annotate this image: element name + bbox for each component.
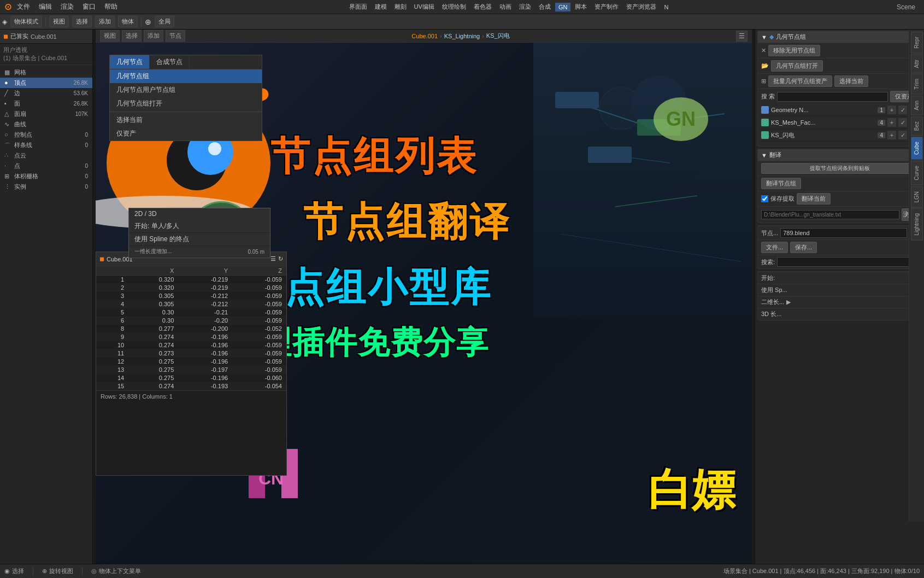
view-btn[interactable]: 视图 [100,30,120,42]
edge-tab-trim[interactable]: Trim [911,74,923,95]
mesh-stat-controlpoint[interactable]: ○ 控制点 0 [0,130,92,140]
mesh-stat-instance[interactable]: ⋮ 实例 0 [0,182,92,192]
add-btn[interactable]: 添加 [144,30,163,42]
search-node-label: 搜索: [761,258,775,266]
menu-render[interactable]: 渲染 [57,1,77,13]
mesh-stat-face[interactable]: ▪ 面 26.8K [0,98,92,109]
play-icon[interactable]: ▶ [786,299,791,306]
edge-tab-cube[interactable]: Cube [911,137,923,160]
dd-item-nodegroup[interactable]: 几何节点组 [110,69,262,83]
mesh-stat-volumegrid[interactable]: ⊞ 体积栅格 0 [0,171,92,182]
menu-help[interactable]: 帮助 [101,1,121,13]
dropdown-tabs: 几何节点 合成节点 [110,55,262,69]
dd-item-user-nodegroup[interactable]: 几何节点用户节点组 [110,83,262,97]
add-menu[interactable]: 添加 [95,16,115,27]
transform-select[interactable]: 全局 [155,16,174,27]
refresh-icon[interactable]: ↻ [278,255,283,262]
node-list-item-geo[interactable]: Geometry N... 1 + ✓ ✕ [758,104,921,116]
node-count-mesh: 4 [878,120,885,126]
search-node-input[interactable] [777,257,918,267]
workspace-tab-script[interactable]: 脚本 [572,2,590,12]
workspace-tab-shader[interactable]: 着色器 [470,2,495,12]
instance-icon: ⋮ [4,183,12,191]
open-group-row: 📂 几何节点组打开 [758,58,921,73]
workspace-tab-model[interactable]: 建模 [372,2,390,12]
workspace-tab-composite[interactable]: 合成 [535,2,554,12]
node-add-btn-3[interactable]: + [887,131,896,139]
copy-terms-btn[interactable]: 提取节点组词条到剪贴板 [761,163,918,174]
edge-tab-lightning[interactable]: Lightning [911,208,923,241]
open-icon: 📂 [761,62,769,69]
workspace-tab-uv[interactable]: UV编辑 [411,2,438,12]
view-menu[interactable]: 视图 [49,16,69,27]
node-list-item-ks[interactable]: KS_闪电 4 + ✓ ✕ [758,129,921,142]
vertex-data-table: X Y Z 10.320-0.219-0.059 20.320-0.219-0.… [96,266,286,390]
mesh-stat-faceangle[interactable]: △ 面扇 107K [0,109,92,119]
pointcloud-icon: ∴ [4,152,12,160]
dd-tab-geo[interactable]: 几何节点 [110,55,150,69]
object-menu[interactable]: 物体 [118,16,138,27]
translate-group-btn[interactable]: 翻译节点组 [761,178,801,189]
filter-icon[interactable]: ☰ [736,31,748,42]
transform-icon: ⊕ [145,17,151,26]
edge-icon: ╱ [4,90,12,97]
object-mode-select[interactable]: 物体模式 [10,16,42,27]
open-group-btn[interactable]: 几何节点组打开 [771,60,823,72]
node-add-btn[interactable]: + [887,106,896,114]
dd-item-select-current[interactable]: 选择当前 [110,113,262,127]
file-btn[interactable]: 文件... [761,242,788,253]
translate-current-btn[interactable]: 翻译当前 [797,193,831,205]
workspace-tab-texture[interactable]: 纹理绘制 [439,2,469,12]
workspace-tab-render[interactable]: 渲染 [516,2,534,12]
node-shield-btn[interactable]: ✓ [898,106,907,114]
select-current-btn[interactable]: 选择当前 [834,75,868,87]
status-context: ◎ 物体上下文菜单 [91,567,141,575]
mesh-stat-vertex[interactable]: ● 顶点 26.8K [0,78,92,88]
svg-rect-18 [588,147,632,163]
batch-asset-btn[interactable]: 批量几何节点组资产 [768,75,832,87]
workspace-tab-layout[interactable]: 界面面 [346,2,370,12]
workspace-tab-sculpt[interactable]: 雕刻 [391,2,410,12]
workspace-tab-asset-make[interactable]: 资产制作 [591,2,622,12]
remove-unused-btn[interactable]: 移除无用节点组 [768,45,820,56]
workspace-tab-gn[interactable]: GN [555,3,571,11]
node-add-btn-2[interactable]: + [887,118,896,127]
search-input[interactable] [777,92,888,102]
mesh-stat-edge[interactable]: ╱ 边 53.6K [0,88,92,98]
mesh-stat-point[interactable]: · 点 0 [0,161,92,171]
workspace-tab-animation[interactable]: 动画 [496,2,515,12]
translate-header[interactable]: ▼ 翻译 [758,149,921,161]
node-shield-btn-3[interactable]: ✓ [898,131,907,139]
dd-item-open-nodegroup[interactable]: 几何节点组打开 [110,97,262,110]
header-icon: ◼ [3,33,8,40]
filter-icon[interactable]: ☰ [270,255,276,262]
edge-tab-lgn[interactable]: LGN [911,186,923,208]
edge-tab-attr[interactable]: Attr [911,55,923,73]
dd-item-assets-only[interactable]: 仅资产 [110,127,262,141]
table-row: 60.30-0.20-0.059 [96,317,286,325]
edge-tab-ann[interactable]: Ann [911,96,923,115]
open-begin-row: 开始: [758,272,921,284]
node-shield-btn-2[interactable]: ✓ [898,118,907,127]
save-fetch-checkbox[interactable] [761,195,768,202]
blend-file-input[interactable] [780,228,907,238]
edge-tab-curve[interactable]: Curve [911,161,923,185]
menu-edit[interactable]: 编辑 [36,1,55,13]
edge-tab-repr[interactable]: Repr [911,32,923,54]
menu-file[interactable]: 文件 [14,1,33,13]
workspace-tab-n[interactable]: N [661,3,672,11]
spline-endpoint-row: 使用 Spline 的终点 [129,233,270,246]
save-lib-btn[interactable]: 保存... [790,242,817,253]
select-btn[interactable]: 选择 [122,30,142,42]
workspace-tab-asset-browser[interactable]: 资产浏览器 [623,2,660,12]
mesh-stat-spline[interactable]: ⌒ 样条线 0 [0,140,92,150]
geo-nodegroup-header[interactable]: ▼ ◆ 几何节点组 [758,31,921,43]
node-btn[interactable]: 节点 [166,30,185,42]
edge-tab-bez[interactable]: Bez [911,116,923,136]
menu-window[interactable]: 窗口 [79,1,99,13]
remove-icon: ✕ [761,47,766,54]
file-path-input[interactable] [761,210,899,219]
select-menu[interactable]: 选择 [72,16,92,27]
dd-tab-composite[interactable]: 合成节点 [150,55,190,69]
node-list-item-mesh[interactable]: KS_Mesh_Fac... 4 + ✓ ✕ [758,116,921,129]
